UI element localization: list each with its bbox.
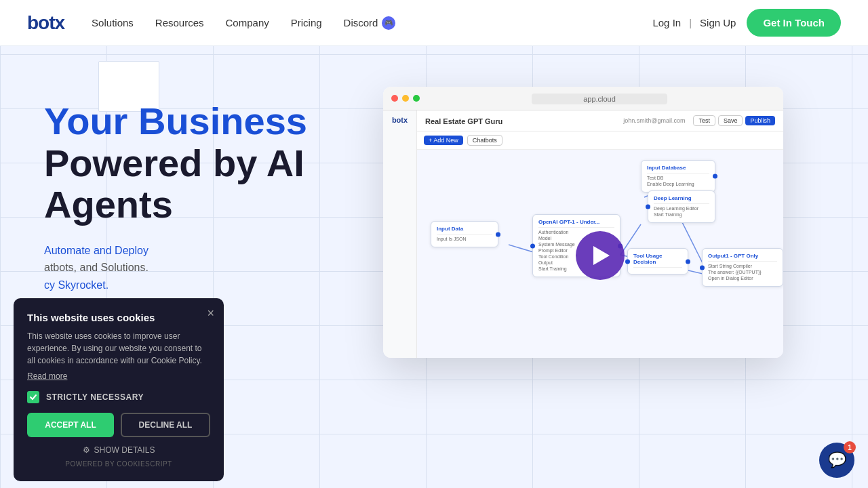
app-topbar: Real Estate GPT Guru john.smith@gmail.co… bbox=[417, 110, 783, 131]
get-in-touch-button[interactable]: Get In Touch bbox=[747, 9, 841, 37]
play-button[interactable] bbox=[576, 231, 625, 280]
chatbots-button[interactable]: Chatbots bbox=[467, 135, 502, 146]
product-window: app.cloud botx Real Estate GPT Guru bbox=[383, 87, 783, 358]
decline-all-button[interactable]: DECLINE ALL bbox=[121, 413, 210, 437]
hero-right: app.cloud botx Real Estate GPT Guru bbox=[383, 87, 824, 358]
play-icon bbox=[593, 246, 610, 265]
cookie-powered-by: POWERED BY COOKIESCRIPT bbox=[27, 460, 210, 468]
cookie-body-text: This website uses cookies to improve use… bbox=[27, 330, 210, 367]
app-user-email: john.smith@gmail.com bbox=[623, 117, 685, 124]
app-agent-info: Real Estate GPT Guru bbox=[425, 115, 502, 127]
subtitle-blue-1: Automate and Deploy bbox=[44, 245, 149, 256]
navbar: botx Solutions Resources Company Pricing… bbox=[0, 0, 868, 46]
accept-all-button[interactable]: ACCEPT ALL bbox=[27, 413, 114, 437]
flow-node-input-data: Input Data Input Is JSON bbox=[431, 221, 498, 247]
app-container: botx Real Estate GPT Guru john.smith@gma… bbox=[383, 110, 783, 358]
flow-node-tool-decision: Tool Usage Decision bbox=[627, 248, 688, 274]
flow-node-output-gpt: Output1 - GPT Only Start String Compiler… bbox=[702, 248, 783, 287]
nav-company[interactable]: Company bbox=[226, 17, 269, 28]
navbar-right: Log In | Sign Up Get In Touch bbox=[652, 9, 841, 37]
hero-title-blue: Your Business bbox=[44, 100, 356, 142]
window-dot-yellow bbox=[402, 95, 409, 102]
cookie-read-more-link[interactable]: Read more bbox=[27, 371, 67, 381]
logo-text: botx bbox=[27, 12, 64, 34]
address-text: app.cloud bbox=[532, 94, 667, 104]
chat-widget: 💬 1 bbox=[819, 443, 854, 478]
subtitle-2: atbots, and Solutions. bbox=[44, 262, 149, 273]
nav-auth: Log In | Sign Up bbox=[652, 17, 736, 28]
nav-pricing[interactable]: Pricing bbox=[291, 17, 322, 28]
nav-resources[interactable]: Resources bbox=[155, 17, 204, 28]
subtitle-blue-3: cy Skyrocket. bbox=[44, 279, 108, 291]
show-details-text: SHOW DETAILS bbox=[94, 445, 155, 455]
login-link[interactable]: Log In bbox=[652, 17, 681, 28]
chat-widget-button[interactable]: 💬 1 bbox=[819, 443, 854, 478]
cookie-buttons: ACCEPT ALL DECLINE ALL bbox=[27, 413, 210, 437]
flow-node-deep-learning: Deep Learning Deep Learning Editor Start… bbox=[648, 190, 715, 223]
cookie-banner: × This website uses cookies This website… bbox=[14, 298, 224, 481]
flow-canvas: Input Data Input Is JSON Input Database … bbox=[417, 150, 783, 358]
publish-button[interactable]: Publish bbox=[745, 116, 775, 125]
hero-title-dark-1: Powered by AI bbox=[44, 142, 356, 184]
navbar-left: botx Solutions Resources Company Pricing… bbox=[27, 12, 395, 34]
chat-icon: 💬 bbox=[828, 451, 846, 469]
window-address-bar: app.cloud bbox=[424, 92, 775, 104]
app-toolbar: john.smith@gmail.com Test Save Publish bbox=[623, 115, 775, 126]
checkmark-icon bbox=[29, 393, 37, 401]
hero-subtitle: Automate and Deploy atbots, and Solution… bbox=[44, 242, 356, 294]
add-new-button[interactable]: + Add New bbox=[424, 136, 463, 145]
signup-link[interactable]: Sign Up bbox=[700, 17, 736, 28]
app-sub-toolbar: + Add New Chatbots bbox=[417, 131, 783, 150]
window-dot-red bbox=[391, 95, 398, 102]
cookie-checkbox-row: STRICTLY NECESSARY bbox=[27, 391, 210, 403]
window-titlebar: app.cloud bbox=[383, 87, 783, 110]
test-button[interactable]: Test bbox=[693, 115, 715, 126]
app-main: Real Estate GPT Guru john.smith@gmail.co… bbox=[417, 110, 783, 358]
save-button[interactable]: Save bbox=[718, 115, 743, 126]
window-dot-green bbox=[413, 95, 420, 102]
hero-title-dark-2: Agents bbox=[44, 184, 356, 226]
strictly-necessary-label: STRICTLY NECESSARY bbox=[46, 392, 144, 402]
discord-icon: 🎮 bbox=[382, 16, 395, 30]
cookie-close-button[interactable]: × bbox=[207, 306, 214, 321]
nav-solutions[interactable]: Solutions bbox=[92, 17, 134, 28]
app-sidebar: botx bbox=[383, 110, 417, 358]
show-details-row[interactable]: ⚙ SHOW DETAILS bbox=[27, 445, 210, 455]
nav-discord[interactable]: Discord 🎮 bbox=[344, 16, 396, 30]
strictly-necessary-checkbox[interactable] bbox=[27, 391, 39, 403]
chat-badge: 1 bbox=[844, 441, 856, 453]
logo[interactable]: botx bbox=[27, 12, 64, 34]
flow-node-input-database: Input Database Test DB Enable Deep Learn… bbox=[641, 160, 715, 192]
gear-icon: ⚙ bbox=[83, 445, 90, 455]
app-agent-name: Real Estate GPT Guru bbox=[425, 117, 502, 125]
nav-links: Solutions Resources Company Pricing Disc… bbox=[92, 16, 395, 30]
app-logo-small: botx bbox=[392, 116, 408, 124]
cookie-title: This website uses cookies bbox=[27, 312, 210, 323]
hero-left: Your Business Powered by AI Agents Autom… bbox=[44, 87, 356, 294]
auth-divider: | bbox=[689, 17, 692, 28]
